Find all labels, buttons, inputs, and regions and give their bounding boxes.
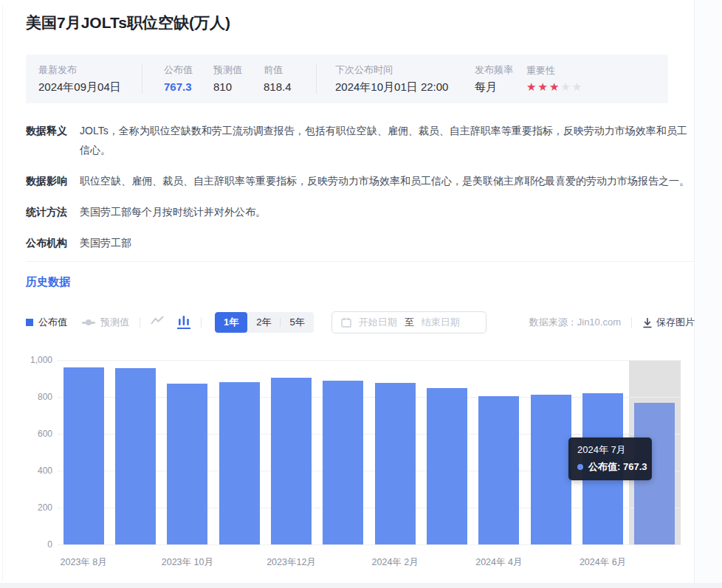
tooltip-period: 2024年 7月 — [577, 444, 643, 456]
stat-published: 公布值 767.3 — [164, 65, 213, 93]
section-text: 职位空缺、雇佣、裁员、自主辞职率等重要指标，反映劳动力市场效率和员工信心，是美联… — [80, 171, 694, 190]
section-label: 数据释义 — [26, 121, 80, 159]
star-filled-icon: ★ — [537, 80, 549, 93]
bar[interactable] — [427, 388, 467, 544]
range-button-1y[interactable]: 1年 — [215, 312, 247, 333]
latest-release-label: 最新发布 — [38, 65, 142, 75]
bar[interactable] — [63, 367, 104, 544]
end-date-input[interactable]: 结束日期 — [422, 316, 460, 329]
next-release-value: 2024年10月01日 22:00 — [335, 80, 475, 93]
previous-value: 818.4 — [264, 80, 316, 93]
legend-forecast-label: 预测值 — [100, 316, 129, 329]
history-bar-chart: 02004006008001,0002023年 8月2023年 10月2023年… — [26, 347, 695, 577]
line-chart-icon — [151, 316, 164, 325]
x-axis-tick-label: 2023年 10月 — [162, 556, 213, 569]
bar[interactable] — [531, 395, 571, 545]
section-agency: 公布机构 美国劳工部 — [26, 233, 694, 252]
line-chart-toggle[interactable] — [151, 314, 164, 331]
published-series-swatch-icon — [26, 319, 33, 326]
bar-chart-icon — [179, 316, 189, 325]
latest-release-value: 2024年09月04日 — [38, 80, 142, 93]
x-axis-tick-label: 2024年 4月 — [475, 556, 522, 569]
y-axis-tick-label: 800 — [26, 392, 52, 402]
legend-published-label: 公布值 — [38, 316, 67, 329]
y-axis-tick-label: 0 — [26, 539, 52, 550]
save-image-label: 保存图片 — [656, 316, 695, 329]
range-button-5y[interactable]: 5年 — [281, 312, 313, 333]
bar[interactable] — [115, 368, 156, 544]
series-dot-icon — [577, 464, 583, 470]
data-source-label: 数据来源：Jin10.com — [529, 316, 621, 329]
save-image-button[interactable]: 保存图片 — [642, 316, 695, 329]
importance-label: 重要性 — [526, 66, 583, 76]
section-label: 统计方法 — [26, 202, 80, 221]
indicator-detail-page: 美国7月JOLTs职位空缺(万人) 最新发布 2024年09月04日 公布值 7… — [0, 0, 695, 583]
toolbar-divider — [140, 317, 140, 328]
tooltip-value: 公布值: 767.3 — [588, 460, 647, 474]
chart-tooltip: 2024年 7月 公布值: 767.3 — [568, 437, 652, 480]
published-value: 767.3 — [164, 80, 213, 93]
section-method: 统计方法 美国劳工部每个月按时统计并对外公布。 — [26, 202, 694, 221]
published-label: 公布值 — [164, 65, 213, 75]
frequency-value: 每月 — [475, 80, 526, 93]
bar[interactable] — [271, 378, 312, 544]
toolbar-divider — [201, 317, 202, 328]
info-sections: 数据释义 JOLTs，全称为职位空缺数和劳工流动调查报告，包括有职位空缺、雇佣、… — [26, 121, 694, 252]
y-gridline — [58, 360, 681, 361]
y-gridline — [58, 544, 681, 545]
bar[interactable] — [323, 381, 363, 544]
star-empty-icon: ★ — [560, 80, 571, 93]
page-title: 美国7月JOLTs职位空缺(万人) — [26, 13, 694, 32]
stat-divider — [142, 64, 142, 94]
section-definition: 数据释义 JOLTs，全称为职位空缺数和劳工流动调查报告，包括有职位空缺、雇佣、… — [26, 121, 694, 159]
frequency-label: 发布频率 — [475, 65, 526, 75]
bar-chart-toggle[interactable] — [177, 314, 190, 331]
download-icon — [642, 317, 653, 328]
section-label: 数据影响 — [26, 171, 80, 190]
toolbar-right: 数据来源：Jin10.com 保存图片 — [529, 316, 695, 329]
section-text: 美国劳工部 — [80, 233, 694, 252]
star-filled-icon: ★ — [526, 80, 537, 93]
forecast-series-swatch-icon — [82, 322, 95, 324]
toolbar-divider — [631, 317, 632, 328]
importance-stars: ★★★★★ — [526, 81, 583, 92]
forecast-label: 预测值 — [213, 65, 264, 75]
x-axis-tick-label: 2024年 6月 — [580, 556, 626, 569]
y-axis-tick-label: 1,000 — [26, 355, 52, 365]
start-date-input[interactable]: 开始日期 — [359, 316, 397, 329]
legend-published[interactable]: 公布值 — [26, 316, 67, 329]
calendar-icon — [341, 317, 351, 328]
y-axis-tick-label: 200 — [26, 502, 52, 513]
x-axis-tick-label: 2024年 2月 — [372, 556, 419, 569]
forecast-value: 810 — [213, 80, 264, 93]
bar[interactable] — [167, 384, 207, 544]
next-release-label: 下次公布时间 — [335, 65, 475, 75]
stat-forecast: 预测值 810 — [213, 65, 264, 93]
range-button-group: 1年 2年 5年 — [215, 312, 314, 333]
bar[interactable] — [478, 396, 519, 544]
section-label: 公布机构 — [26, 233, 80, 252]
x-axis-tick-label: 2023年 8月 — [61, 556, 107, 569]
stat-latest-release: 最新发布 2024年09月04日 — [38, 65, 142, 93]
date-range-to-label: 至 — [405, 316, 414, 329]
section-text: JOLTs，全称为职位空缺数和劳工流动调查报告，包括有职位空缺、雇佣、裁员、自主… — [80, 121, 694, 159]
bar[interactable] — [219, 382, 260, 544]
range-button-2y[interactable]: 2年 — [247, 312, 280, 333]
stat-frequency: 发布频率 每月 — [475, 65, 526, 93]
bar[interactable] — [375, 383, 416, 544]
stat-summary-box: 最新发布 2024年09月04日 公布值 767.3 预测值 810 前值 81… — [26, 55, 668, 103]
star-filled-icon: ★ — [549, 80, 560, 93]
y-axis-tick-label: 600 — [26, 429, 52, 439]
stat-next-release: 下次公布时间 2024年10月01日 22:00 — [335, 65, 475, 93]
date-range-picker[interactable]: 开始日期 至 结束日期 — [331, 311, 487, 333]
y-axis-tick-label: 400 — [26, 466, 52, 476]
stat-importance: 重要性 ★★★★★ — [526, 66, 583, 92]
page-left-border — [2, 6, 3, 581]
stat-divider — [316, 64, 317, 94]
section-impact: 数据影响 职位空缺、雇佣、裁员、自主辞职率等重要指标，反映劳动力市场效率和员工信… — [26, 171, 694, 190]
history-data-heading: 历史数据 — [26, 275, 694, 289]
stat-previous: 前值 818.4 — [264, 65, 316, 93]
chart-toolbar: 公布值 预测值 1年 2年 5年 — [26, 311, 695, 333]
legend-forecast[interactable]: 预测值 — [82, 316, 129, 329]
section-divider — [26, 261, 695, 262]
